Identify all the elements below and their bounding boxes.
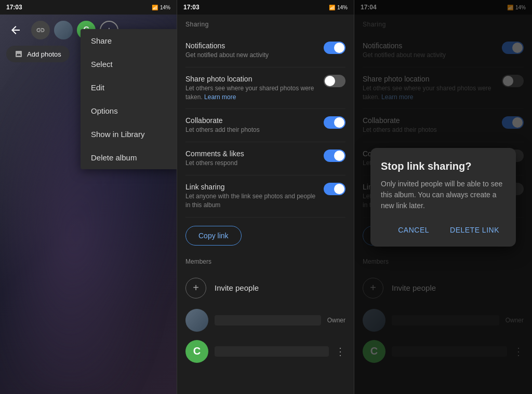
notifications-desc: Get notified about new activity [185, 51, 317, 60]
invite-icon: + [185, 278, 206, 298]
menu-delete-album[interactable]: Delete album [81, 146, 177, 169]
toggle-knob [334, 184, 344, 194]
link-avatar [31, 21, 50, 39]
toggle-knob [334, 151, 344, 161]
notifications-title: Notifications [185, 42, 317, 50]
collaborate-title: Collaborate [185, 116, 317, 125]
link-sharing-row: Link sharing Let anyone with the link se… [185, 175, 345, 218]
collaborate-row: Collaborate Let others add their photos [185, 109, 345, 142]
comments-row: Comments & likes Let others respond [185, 142, 345, 175]
wifi-icon: 📶 [152, 5, 158, 10]
delete-link-button[interactable]: Delete link [444, 222, 506, 238]
notifications-toggle[interactable] [324, 42, 345, 54]
member-options-button[interactable]: ⋮ [335, 345, 345, 358]
add-photos-button[interactable]: Add photos [6, 46, 70, 62]
menu-share[interactable]: Share [81, 29, 177, 52]
notifications-row: Notifications Get notified about new act… [185, 34, 345, 67]
copy-link-button[interactable]: Copy link [185, 226, 242, 246]
back-button[interactable] [6, 21, 25, 39]
middle-section-label: Sharing [185, 21, 345, 28]
member-row-c: C ⋮ [185, 336, 345, 367]
add-photos-label: Add photos [27, 50, 61, 58]
comments-title: Comments & likes [185, 150, 317, 158]
collaborate-toggle[interactable] [324, 116, 345, 129]
album-background: C + Add photos Share Select Edit Options… [0, 15, 177, 394]
right-panel: 17:04 📶 14% Sharing Notifications Get no… [354, 0, 532, 394]
menu-options[interactable]: Options [81, 99, 177, 123]
middle-status-icons: 📶 14% [329, 5, 348, 10]
middle-sharing-content: Sharing Notifications Get notified about… [177, 15, 354, 394]
middle-battery: 14% [337, 5, 348, 10]
member-name-1 [215, 315, 321, 325]
link-sharing-title: Link sharing [185, 183, 317, 191]
middle-panel: 17:03 📶 14% Sharing Notifications Get no… [177, 0, 354, 394]
comments-desc: Let others respond [185, 159, 317, 168]
cancel-button[interactable]: Cancel [392, 222, 435, 238]
stop-link-sharing-dialog: Stop link sharing? Only invited people w… [370, 148, 516, 247]
share-location-title: Share photo location [185, 75, 317, 83]
share-location-toggle[interactable] [324, 75, 345, 87]
middle-status-bar: 17:03 📶 14% [177, 0, 354, 15]
member-avatar-1 [185, 309, 208, 332]
link-sharing-desc: Let anyone with the link see photos and … [185, 192, 317, 210]
collaborate-text: Collaborate Let others add their photos [185, 116, 324, 134]
menu-edit[interactable]: Edit [81, 76, 177, 99]
invite-text: Invite people [215, 283, 259, 292]
link-sharing-text: Link sharing Let anyone with the link se… [185, 183, 324, 210]
comments-text: Comments & likes Let others respond [185, 150, 324, 168]
middle-wifi-icon: 📶 [329, 5, 335, 10]
left-status-icons: 📶 14% [152, 5, 170, 10]
learn-more-link[interactable]: Learn more [204, 93, 236, 101]
share-location-text: Share photo location Let others see wher… [185, 75, 324, 102]
dialog-title: Stop link sharing? [381, 160, 506, 172]
dialog-buttons: Cancel Delete link [381, 222, 506, 238]
collaborate-desc: Let others add their photos [185, 126, 317, 134]
left-status-bar: 17:03 📶 14% [0, 0, 177, 15]
middle-time: 17:03 [183, 4, 200, 11]
user-avatar [54, 21, 73, 39]
notifications-text: Notifications Get notified about new act… [185, 42, 324, 60]
left-time: 17:03 [6, 4, 22, 11]
member-role-1: Owner [327, 317, 345, 324]
dialog-body: Only invited people will be able to see … [381, 179, 506, 211]
members-section: Members + Invite people Owner C ⋮ [185, 258, 345, 367]
comments-toggle[interactable] [324, 150, 345, 162]
dropdown-menu: Share Select Edit Options Show in Librar… [81, 29, 177, 169]
battery-left: 14% [160, 5, 170, 10]
share-location-desc: Let others see where your shared photos … [185, 84, 317, 102]
member-row-1: Owner [185, 305, 345, 336]
menu-show-in-library[interactable]: Show in Library [81, 123, 177, 146]
members-label: Members [185, 258, 345, 265]
share-location-row: Share photo location Let others see wher… [185, 67, 345, 110]
toggle-knob [334, 43, 344, 53]
menu-select[interactable]: Select [81, 52, 177, 76]
toggle-knob [334, 117, 344, 128]
member-name-c [215, 346, 329, 357]
left-panel: 17:03 📶 14% C + [0, 0, 177, 394]
member-c-avatar: C [185, 340, 208, 363]
dialog-overlay: Stop link sharing? Only invited people w… [354, 0, 532, 394]
invite-people-row[interactable]: + Invite people [185, 271, 345, 305]
toggle-knob [325, 76, 335, 86]
link-sharing-toggle[interactable] [324, 183, 345, 195]
